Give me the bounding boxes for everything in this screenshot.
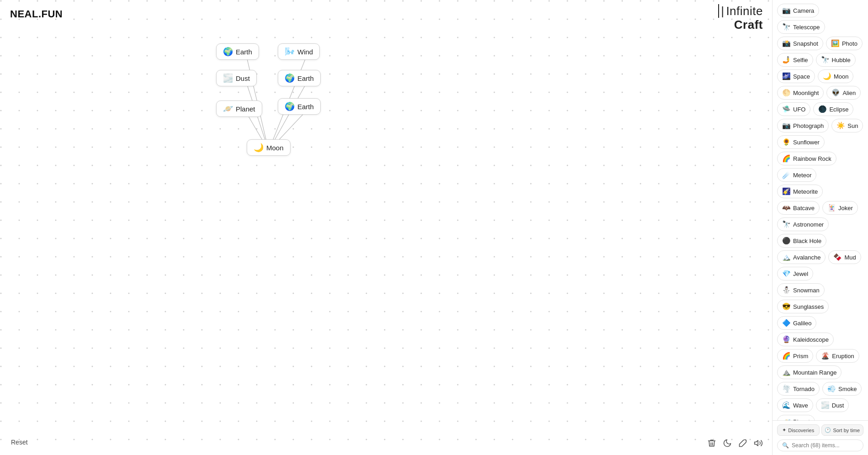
sidebar-item-eclipse[interactable]: 🌑Eclipse <box>813 102 853 116</box>
item-emoji: 🌋 <box>821 352 830 360</box>
canvas-area: 🌍 Earth 🌬️ Wind 🌫️ Dust 🌍 Earth 🪐 Planet… <box>0 0 772 455</box>
item-emoji: ⛰️ <box>782 368 791 376</box>
item-label: Kaleidoscope <box>793 336 829 343</box>
sidebar-item-sun[interactable]: ☀️Sun <box>831 119 863 132</box>
item-label: Sunglasses <box>793 303 824 310</box>
item-emoji: 🌈 <box>782 154 791 163</box>
item-label: Alien <box>842 90 856 96</box>
item-emoji: 🔭 <box>821 56 830 64</box>
item-label: Photograph <box>793 122 824 129</box>
item-label: Hubble <box>832 57 851 63</box>
brush-button[interactable] <box>738 439 747 448</box>
item-label: Black Hole <box>793 238 821 244</box>
item-emoji: ⚫ <box>782 237 791 245</box>
search-box[interactable]: 🔍 <box>777 439 863 451</box>
volume-button[interactable] <box>754 439 763 448</box>
item-emoji: 🌪️ <box>782 385 791 393</box>
sidebar-item-mud[interactable]: 🍫Mud <box>828 250 861 264</box>
delete-button[interactable] <box>707 439 716 448</box>
sort-label: Sort by time <box>833 428 860 433</box>
item-label: Batcave <box>793 205 815 212</box>
sidebar-item-sunglasses[interactable]: 😎Sunglasses <box>777 300 829 313</box>
item-emoji: ⛄ <box>782 286 791 294</box>
reset-button[interactable]: Reset <box>7 437 32 448</box>
sidebar-item-meteorite[interactable]: 🌠Meteorite <box>777 185 823 198</box>
element-planet1[interactable]: 🪐 Planet <box>216 101 262 117</box>
item-label: Meteorite <box>793 188 818 195</box>
item-emoji: 🔮 <box>782 335 791 344</box>
sidebar-item-prism[interactable]: 🌈Prism <box>777 349 813 363</box>
dark-mode-button[interactable] <box>723 439 732 448</box>
item-label: Photo <box>842 40 857 47</box>
sidebar-item-space[interactable]: 🌌Space <box>777 69 815 83</box>
item-label: Moon <box>834 73 849 80</box>
sidebar-item-smoke[interactable]: 💨Smoke <box>822 382 862 396</box>
sidebar-item-meteor[interactable]: ☄️Meteor <box>777 168 816 182</box>
element-earth2[interactable]: 🌍 Earth <box>278 70 321 86</box>
sidebar-item-joker[interactable]: 🃏Joker <box>822 201 858 215</box>
item-label: Telescope <box>793 24 820 31</box>
sidebar-item-wave[interactable]: 🌊Wave <box>777 398 813 412</box>
item-label: Selfie <box>793 57 808 63</box>
sidebar-item-tornado[interactable]: 🌪️Tornado <box>777 382 820 396</box>
element-earth1[interactable]: 🌍 Earth <box>216 43 259 60</box>
item-label: Space <box>793 73 810 80</box>
sidebar-item-camera[interactable]: 📷Camera <box>777 4 819 17</box>
item-emoji: 🌕 <box>782 89 791 97</box>
sidebar-item-ufo[interactable]: 🛸UFO <box>777 102 810 116</box>
sidebar-item-kaleidoscope[interactable]: 🔮Kaleidoscope <box>777 333 834 346</box>
discoveries-tab[interactable]: ✦ Discoveries <box>777 424 820 436</box>
sidebar-item-snowman[interactable]: ⛄Snowman <box>777 283 825 297</box>
sidebar-tabs: ✦ Discoveries 🕐 Sort by time <box>777 424 863 436</box>
sidebar-item-rainbow-rock[interactable]: 🌈Rainbow Rock <box>777 152 836 165</box>
element-moon1-label: Moon <box>266 144 284 152</box>
item-emoji: 🌌 <box>782 72 791 80</box>
element-earth3[interactable]: 🌍 Earth <box>278 98 321 115</box>
item-emoji: 🌈 <box>782 352 791 360</box>
sidebar-item-batcave[interactable]: 🦇Batcave <box>777 201 820 215</box>
item-emoji: 🌙 <box>823 72 831 80</box>
element-moon1[interactable]: 🌙 Moon <box>247 139 291 156</box>
element-dust1-emoji: 🌫️ <box>223 73 233 83</box>
element-earth2-label: Earth <box>297 74 314 82</box>
item-emoji: 👽 <box>831 89 840 97</box>
item-emoji: 💨 <box>827 385 836 393</box>
sidebar-item-moonlight[interactable]: 🌕Moonlight <box>777 86 824 100</box>
sidebar-item-black-hole[interactable]: ⚫Black Hole <box>777 234 826 248</box>
svg-marker-8 <box>755 440 758 446</box>
sidebar-item-alien[interactable]: 👽Alien <box>826 86 861 100</box>
sidebar-item-telescope[interactable]: 🔭Telescope <box>777 20 825 34</box>
search-input[interactable] <box>792 442 858 449</box>
sidebar-item-moon[interactable]: 🌙Moon <box>818 69 854 83</box>
element-wind1[interactable]: 🌬️ Wind <box>278 43 320 60</box>
element-planet1-label: Planet <box>236 105 255 113</box>
sidebar-item-planet[interactable]: 🪐Planet <box>777 415 815 420</box>
item-emoji: 🌻 <box>782 138 791 146</box>
sidebar-item-photo[interactable]: 🖼️Photo <box>826 37 863 50</box>
item-label: Eruption <box>832 353 854 360</box>
element-wind1-emoji: 🌬️ <box>285 47 295 57</box>
item-emoji: 🛸 <box>782 105 791 113</box>
sidebar-item-dust[interactable]: 🌫️Dust <box>816 398 849 412</box>
dot-grid <box>0 0 772 455</box>
item-emoji: 🍫 <box>833 253 842 261</box>
svg-rect-1 <box>0 0 772 455</box>
sidebar-item-galileo[interactable]: 🔷Galileo <box>777 316 816 330</box>
sidebar-item-sunflower[interactable]: 🌻Sunflower <box>777 135 825 149</box>
element-earth3-label: Earth <box>297 103 314 111</box>
sidebar-item-photograph[interactable]: 📷Photograph <box>777 119 829 132</box>
item-emoji: 🌠 <box>782 187 791 196</box>
sidebar-item-snapshot[interactable]: 📸Snapshot <box>777 37 823 50</box>
sidebar-item-jewel[interactable]: 💎Jewel <box>777 267 813 280</box>
sidebar-item-eruption[interactable]: 🌋Eruption <box>816 349 859 363</box>
sidebar-item-mountain-range[interactable]: ⛰️Mountain Range <box>777 365 842 379</box>
item-label: Avalanche <box>793 254 820 261</box>
item-emoji: 📸 <box>782 39 791 48</box>
sidebar-item-hubble[interactable]: 🔭Hubble <box>816 53 856 67</box>
sort-by-time-tab[interactable]: 🕐 Sort by time <box>821 424 864 436</box>
sidebar-item-selfie[interactable]: 🤳Selfie <box>777 53 813 67</box>
element-dust1[interactable]: 🌫️ Dust <box>216 70 257 86</box>
sidebar-item-avalanche[interactable]: 🏔️Avalanche <box>777 250 826 264</box>
item-label: Astronomer <box>793 221 824 228</box>
sidebar-item-astronomer[interactable]: 🔭Astronomer <box>777 217 829 231</box>
